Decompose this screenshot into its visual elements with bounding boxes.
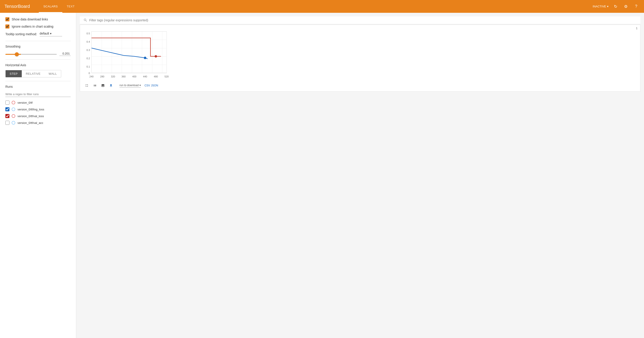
svg-text:480: 480 (154, 75, 158, 78)
svg-point-10 (144, 57, 146, 59)
run-to-download-label: run to download (120, 84, 138, 87)
smoothing-title: Smoothing (6, 45, 71, 48)
smoothing-slider-row: 0.201 (6, 51, 71, 56)
svg-text:280: 280 (100, 75, 104, 78)
svg-point-9 (155, 55, 157, 58)
svg-text:520: 520 (164, 75, 168, 78)
axis-buttons: STEP RELATIVE WALL (6, 70, 61, 77)
run-label-1: version_0/tf/tng_loss (18, 108, 44, 111)
run-color-1 (12, 108, 15, 111)
data-toggle-icon (93, 84, 97, 87)
run-checkbox-3[interactable] (6, 121, 10, 125)
chart-toolbar: run to download ▾ CSV JSON (80, 82, 640, 91)
download-button[interactable] (108, 82, 114, 89)
csv-button[interactable]: CSV (144, 84, 150, 87)
chart-svg: 0.5 0.4 0.3 0.2 0.1 0 (84, 30, 169, 80)
image-download-icon (101, 84, 105, 87)
run-checkbox-0[interactable] (6, 101, 10, 105)
page-indicator: 1 (636, 27, 638, 30)
ignore-outliers-label: Ignore outliers in chart scaling (12, 25, 53, 28)
svg-text:440: 440 (143, 75, 147, 78)
run-color-0 (12, 101, 15, 104)
divider-1 (6, 41, 71, 41)
svg-text:0.4: 0.4 (86, 40, 90, 43)
nav-text[interactable]: TEXT (62, 0, 79, 13)
axis-relative-button[interactable]: RELATIVE (22, 70, 44, 77)
smoothing-slider-container (6, 52, 57, 56)
filter-bar (80, 16, 640, 24)
tooltip-sort-row: Tooltip sorting method: default ▾ (6, 32, 71, 36)
svg-text:400: 400 (132, 75, 136, 78)
csv-json-buttons: CSV JSON (144, 84, 158, 87)
smoothing-section: Smoothing 0.201 (6, 45, 71, 56)
run-color-2 (12, 114, 15, 118)
main-layout: Show data download links Ignore outliers… (0, 13, 644, 338)
svg-text:0: 0 (88, 72, 90, 75)
main-nav: SCALARS TEXT (39, 0, 79, 13)
axis-wall-button[interactable]: WALL (44, 70, 61, 77)
run-label-0: version_0/tf (18, 101, 32, 104)
runs-section: Runs version_0/tf version_0/tf/tng_loss … (6, 85, 71, 125)
run-checkbox-1[interactable] (6, 107, 10, 111)
run-color-3 (12, 121, 15, 125)
run-to-download-select[interactable]: run to download ▾ (120, 84, 141, 88)
help-icon[interactable]: ? (633, 3, 640, 10)
svg-text:0.2: 0.2 (86, 57, 90, 60)
tooltip-sort-label: Tooltip sorting method: (6, 32, 37, 36)
chart-card: 1 0.5 0.4 0.3 0.2 0.1 (80, 25, 640, 92)
download-icon (109, 84, 113, 87)
runs-title: Runs (6, 85, 71, 88)
axis-section: Horizontal Axis STEP RELATIVE WALL (6, 63, 71, 77)
svg-text:0.5: 0.5 (86, 32, 90, 35)
json-button[interactable]: JSON (151, 84, 158, 87)
run-item-3: version_0/tf/val_acc (6, 121, 71, 125)
svg-text:0.3: 0.3 (86, 49, 90, 51)
header: TensorBoard SCALARS TEXT INACTIVE ▾ ↻ ⚙ … (0, 0, 644, 13)
show-download-label: Show data download links (12, 18, 48, 21)
axis-step-button[interactable]: STEP (6, 70, 22, 77)
data-toggle-button[interactable] (92, 82, 98, 89)
show-download-row: Show data download links (6, 17, 71, 21)
app-logo: TensorBoard (4, 4, 30, 9)
smoothing-value: 0.201 (60, 51, 71, 56)
run-label-3: version_0/tf/val_acc (18, 121, 43, 125)
filter-input[interactable] (89, 19, 637, 22)
run-item-1: version_0/tf/tng_loss (6, 107, 71, 111)
run-item-0: version_0/tf (6, 101, 71, 105)
smoothing-slider[interactable] (6, 54, 57, 55)
status-select[interactable]: INACTIVE ▾ (593, 5, 608, 8)
divider-2 (6, 60, 71, 60)
header-right: INACTIVE ▾ ↻ ⚙ ? (593, 3, 640, 10)
image-download-button[interactable] (100, 82, 106, 89)
chart-area: 0.5 0.4 0.3 0.2 0.1 0 (80, 27, 640, 82)
refresh-button[interactable]: ↻ (612, 3, 619, 10)
svg-text:0.1: 0.1 (86, 65, 90, 68)
sidebar: Show data download links Ignore outliers… (0, 13, 76, 338)
run-label-2: version_0/tf/val_loss (18, 115, 44, 118)
svg-text:240: 240 (90, 75, 94, 78)
ignore-outliers-checkbox[interactable] (6, 25, 10, 29)
run-checkbox-2[interactable] (6, 114, 10, 118)
svg-text:360: 360 (122, 75, 126, 78)
expand-icon (85, 84, 88, 87)
nav-scalars[interactable]: SCALARS (39, 0, 62, 13)
main-content: 1 0.5 0.4 0.3 0.2 0.1 (76, 13, 644, 338)
axis-title: Horizontal Axis (6, 63, 71, 67)
ignore-outliers-row: Ignore outliers in chart scaling (6, 25, 71, 29)
run-item-2: version_0/tf/val_loss (6, 114, 71, 118)
divider-3 (6, 81, 71, 81)
chart-card-header: 1 (80, 25, 640, 27)
tooltip-sort-select[interactable]: default ▾ (40, 32, 62, 36)
tooltip-sort-value: default (40, 32, 49, 35)
show-download-checkbox[interactable] (6, 17, 10, 21)
search-icon (84, 18, 88, 22)
svg-text:320: 320 (111, 75, 115, 78)
expand-icon-button[interactable] (84, 82, 90, 89)
runs-filter-input[interactable] (6, 92, 71, 97)
settings-icon[interactable]: ⚙ (622, 3, 629, 10)
